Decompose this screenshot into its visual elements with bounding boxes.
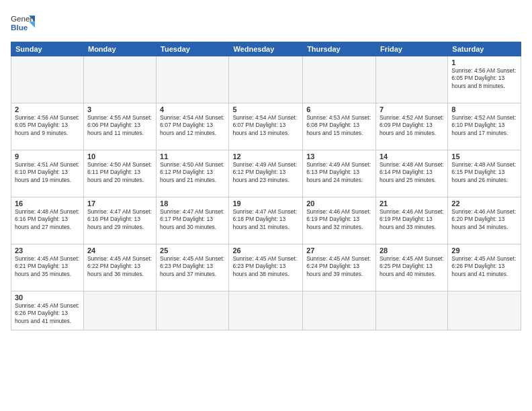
day-number: 24	[87, 246, 152, 255]
calendar-table: SundayMondayTuesdayWednesdayThursdayFrid…	[11, 42, 521, 330]
day-number: 26	[232, 246, 299, 255]
day-info: Sunrise: 4:49 AM Sunset: 6:12 PM Dayligh…	[232, 161, 299, 184]
week-row-3: 9Sunrise: 4:51 AM Sunset: 6:10 PM Daylig…	[11, 150, 521, 197]
day-info: Sunrise: 4:45 AM Sunset: 6:23 PM Dayligh…	[160, 255, 225, 278]
day-number: 19	[232, 199, 299, 208]
calendar-cell	[83, 56, 156, 103]
calendar-cell	[375, 56, 447, 103]
calendar-cell	[229, 56, 303, 103]
calendar-cell	[157, 291, 229, 330]
page: General Blue SundayMondayTuesdayWednesda…	[0, 0, 532, 411]
calendar-cell	[448, 291, 521, 330]
day-info: Sunrise: 4:52 AM Sunset: 6:09 PM Dayligh…	[380, 114, 444, 137]
week-row-2: 2Sunrise: 4:56 AM Sunset: 6:05 PM Daylig…	[11, 103, 521, 150]
day-number: 29	[451, 246, 517, 255]
calendar-cell: 8Sunrise: 4:52 AM Sunset: 6:10 PM Daylig…	[448, 103, 521, 150]
day-info: Sunrise: 4:50 AM Sunset: 6:12 PM Dayligh…	[160, 161, 225, 184]
calendar-cell	[229, 291, 303, 330]
day-info: Sunrise: 4:56 AM Sunset: 6:05 PM Dayligh…	[451, 67, 517, 90]
day-info: Sunrise: 4:48 AM Sunset: 6:14 PM Dayligh…	[380, 161, 444, 184]
day-number: 12	[232, 152, 299, 161]
day-number: 30	[15, 293, 80, 302]
calendar-cell	[303, 291, 376, 330]
day-info: Sunrise: 4:46 AM Sunset: 6:20 PM Dayligh…	[451, 208, 517, 231]
day-info: Sunrise: 4:47 AM Sunset: 6:18 PM Dayligh…	[232, 208, 299, 231]
calendar-cell: 17Sunrise: 4:47 AM Sunset: 6:16 PM Dayli…	[83, 197, 156, 244]
calendar-cell: 28Sunrise: 4:45 AM Sunset: 6:25 PM Dayli…	[375, 244, 447, 291]
day-number: 28	[380, 246, 444, 255]
calendar-cell: 30Sunrise: 4:45 AM Sunset: 6:26 PM Dayli…	[11, 291, 84, 330]
calendar-cell: 5Sunrise: 4:54 AM Sunset: 6:07 PM Daylig…	[229, 103, 303, 150]
calendar-cell: 27Sunrise: 4:45 AM Sunset: 6:24 PM Dayli…	[303, 244, 376, 291]
calendar-cell: 24Sunrise: 4:45 AM Sunset: 6:22 PM Dayli…	[83, 244, 156, 291]
calendar-cell: 22Sunrise: 4:46 AM Sunset: 6:20 PM Dayli…	[448, 197, 521, 244]
week-row-5: 23Sunrise: 4:45 AM Sunset: 6:21 PM Dayli…	[11, 244, 521, 291]
calendar-cell: 2Sunrise: 4:56 AM Sunset: 6:05 PM Daylig…	[11, 103, 84, 150]
day-info: Sunrise: 4:48 AM Sunset: 6:15 PM Dayligh…	[451, 161, 517, 184]
calendar-cell: 6Sunrise: 4:53 AM Sunset: 6:08 PM Daylig…	[303, 103, 376, 150]
calendar-cell	[303, 56, 376, 103]
day-info: Sunrise: 4:45 AM Sunset: 6:26 PM Dayligh…	[15, 302, 80, 325]
header: General Blue	[11, 11, 521, 35]
day-number: 27	[306, 246, 372, 255]
day-number: 6	[306, 105, 372, 113]
calendar-cell: 11Sunrise: 4:50 AM Sunset: 6:12 PM Dayli…	[157, 150, 229, 197]
week-row-1: 1Sunrise: 4:56 AM Sunset: 6:05 PM Daylig…	[11, 56, 521, 103]
calendar-cell: 20Sunrise: 4:46 AM Sunset: 6:19 PM Dayli…	[303, 197, 376, 244]
day-number: 17	[87, 199, 152, 208]
calendar-cell: 4Sunrise: 4:54 AM Sunset: 6:07 PM Daylig…	[157, 103, 229, 150]
day-number: 5	[232, 105, 299, 113]
day-number: 2	[15, 105, 80, 113]
weekday-header-monday: Monday	[83, 42, 156, 56]
day-info: Sunrise: 4:45 AM Sunset: 6:25 PM Dayligh…	[380, 255, 444, 278]
weekday-header-saturday: Saturday	[448, 42, 521, 56]
day-number: 10	[87, 152, 152, 161]
day-info: Sunrise: 4:51 AM Sunset: 6:10 PM Dayligh…	[15, 161, 80, 184]
day-info: Sunrise: 4:45 AM Sunset: 6:24 PM Dayligh…	[306, 255, 372, 278]
day-info: Sunrise: 4:56 AM Sunset: 6:05 PM Dayligh…	[15, 114, 80, 137]
calendar-cell	[157, 56, 229, 103]
day-info: Sunrise: 4:52 AM Sunset: 6:10 PM Dayligh…	[451, 114, 517, 137]
calendar-cell: 14Sunrise: 4:48 AM Sunset: 6:14 PM Dayli…	[375, 150, 447, 197]
calendar-cell: 29Sunrise: 4:45 AM Sunset: 6:26 PM Dayli…	[448, 244, 521, 291]
calendar-cell: 18Sunrise: 4:47 AM Sunset: 6:17 PM Dayli…	[157, 197, 229, 244]
day-number: 14	[380, 152, 444, 161]
day-number: 8	[451, 105, 517, 113]
day-info: Sunrise: 4:45 AM Sunset: 6:22 PM Dayligh…	[87, 255, 152, 278]
day-number: 22	[451, 199, 517, 208]
calendar-cell: 23Sunrise: 4:45 AM Sunset: 6:21 PM Dayli…	[11, 244, 84, 291]
day-number: 18	[160, 199, 225, 208]
calendar-cell: 13Sunrise: 4:49 AM Sunset: 6:13 PM Dayli…	[303, 150, 376, 197]
logo: General Blue	[11, 11, 35, 35]
week-row-4: 16Sunrise: 4:48 AM Sunset: 6:16 PM Dayli…	[11, 197, 521, 244]
day-info: Sunrise: 4:48 AM Sunset: 6:16 PM Dayligh…	[15, 208, 80, 231]
calendar-cell: 7Sunrise: 4:52 AM Sunset: 6:09 PM Daylig…	[375, 103, 447, 150]
day-number: 20	[306, 199, 372, 208]
calendar-cell: 15Sunrise: 4:48 AM Sunset: 6:15 PM Dayli…	[448, 150, 521, 197]
weekday-header-friday: Friday	[375, 42, 447, 56]
calendar-cell: 3Sunrise: 4:55 AM Sunset: 6:06 PM Daylig…	[83, 103, 156, 150]
svg-text:Blue: Blue	[11, 23, 28, 32]
day-number: 13	[306, 152, 372, 161]
day-number: 11	[160, 152, 225, 161]
day-number: 16	[15, 199, 80, 208]
day-info: Sunrise: 4:45 AM Sunset: 6:21 PM Dayligh…	[15, 255, 80, 278]
calendar-cell	[375, 291, 447, 330]
calendar-cell: 16Sunrise: 4:48 AM Sunset: 6:16 PM Dayli…	[11, 197, 84, 244]
day-info: Sunrise: 4:46 AM Sunset: 6:19 PM Dayligh…	[380, 208, 444, 231]
weekday-header-tuesday: Tuesday	[157, 42, 229, 56]
day-info: Sunrise: 4:50 AM Sunset: 6:11 PM Dayligh…	[87, 161, 152, 184]
day-number: 21	[380, 199, 444, 208]
day-info: Sunrise: 4:47 AM Sunset: 6:17 PM Dayligh…	[160, 208, 225, 231]
calendar-cell: 1Sunrise: 4:56 AM Sunset: 6:05 PM Daylig…	[448, 56, 521, 103]
day-info: Sunrise: 4:54 AM Sunset: 6:07 PM Dayligh…	[232, 114, 299, 137]
calendar-cell	[11, 56, 84, 103]
day-info: Sunrise: 4:49 AM Sunset: 6:13 PM Dayligh…	[306, 161, 372, 184]
calendar-cell: 26Sunrise: 4:45 AM Sunset: 6:23 PM Dayli…	[229, 244, 303, 291]
weekday-header-thursday: Thursday	[303, 42, 376, 56]
generalblue-logo-icon: General Blue	[11, 11, 35, 35]
day-number: 25	[160, 246, 225, 255]
day-number: 9	[15, 152, 80, 161]
calendar-cell: 12Sunrise: 4:49 AM Sunset: 6:12 PM Dayli…	[229, 150, 303, 197]
day-info: Sunrise: 4:45 AM Sunset: 6:23 PM Dayligh…	[232, 255, 299, 278]
